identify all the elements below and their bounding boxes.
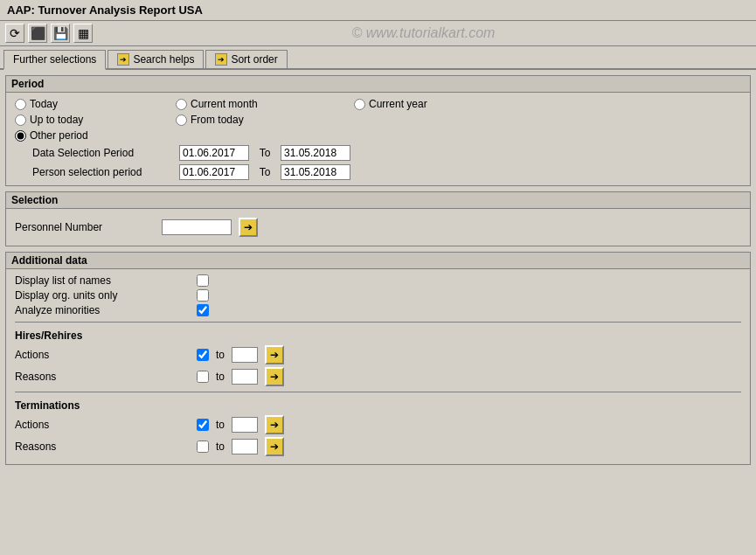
date-to-person-selection[interactable] [281, 164, 350, 180]
term-reasons-checkbox[interactable] [197, 441, 209, 453]
term-actions-checkbox[interactable] [197, 419, 209, 431]
checkbox-display-list: Display list of names [15, 274, 741, 287]
date-row-person-selection: Person selection period To [15, 164, 741, 180]
checkbox-analyze-minorities-label: Analyze minorities [15, 304, 190, 316]
radio-current-year-input[interactable] [354, 99, 365, 110]
radio-other-period: Other period [15, 129, 172, 142]
radio-from-today-input[interactable] [176, 114, 187, 126]
radio-current-month-input[interactable] [176, 99, 187, 110]
term-reasons-to-field[interactable] [232, 439, 258, 454]
hires-actions-row: Actions to ➔ [15, 345, 741, 364]
period-section-body: Today Current month Current year Up to t… [6, 93, 750, 185]
additional-data-section-header: Additional data [6, 253, 750, 269]
checkbox-display-org-input[interactable] [197, 289, 209, 302]
tabs-bar: Further selections ➔ Search helps ➔ Sort… [0, 46, 756, 70]
term-reasons-row: Reasons to ➔ [15, 437, 741, 456]
radio-other-period-input[interactable] [15, 130, 26, 142]
date-from-person-selection[interactable] [179, 164, 249, 180]
to-label-person-selection: To [256, 166, 274, 178]
term-actions-row: Actions to ➔ [15, 415, 741, 434]
radio-today-label: Today [30, 98, 58, 110]
checkbox-display-list-input[interactable] [197, 274, 209, 287]
hires-reasons-checkbox[interactable] [197, 371, 209, 383]
page-title: AAP: Turnover Analysis Report USA [7, 3, 203, 17]
toolbar: ⟳ ⬛ 💾 ▦ © www.tutorialkart.com [0, 21, 756, 46]
selection-section-header: Selection [6, 192, 750, 209]
radio-current-month: Current month [176, 98, 350, 110]
tab-search-helps-label: Search helps [133, 53, 194, 66]
personnel-number-input[interactable] [162, 219, 232, 235]
personnel-number-label: Personnel Number [15, 221, 155, 233]
personnel-number-row: Personnel Number ➔ [15, 214, 741, 240]
date-from-data-selection[interactable] [179, 145, 249, 161]
period-radio-group-row1: Today Current month Current year [15, 98, 741, 110]
radio-today: Today [15, 98, 172, 110]
hires-actions-checkbox[interactable] [197, 349, 209, 361]
checkbox-analyze-minorities-input[interactable] [197, 304, 209, 316]
radio-from-today: From today [176, 114, 350, 126]
radio-current-year-label: Current year [369, 98, 427, 110]
term-actions-to-field[interactable] [232, 417, 258, 433]
radio-up-to-today-input[interactable] [15, 114, 26, 126]
hires-reasons-to-field[interactable] [232, 369, 258, 385]
date-to-data-selection[interactable] [281, 145, 350, 161]
radio-up-to-today-label: Up to today [30, 114, 83, 126]
divider-2 [15, 392, 741, 392]
tab-sort-order[interactable]: ➔ Sort order [205, 50, 287, 68]
additional-data-section-body: Display list of names Display org. units… [6, 269, 750, 464]
date-label-data-selection: Data Selection Period [32, 147, 172, 159]
radio-current-month-label: Current month [191, 98, 258, 110]
period-section: Period Today Current month Current year [5, 75, 751, 186]
title-bar: AAP: Turnover Analysis Report USA [0, 0, 756, 21]
back-icon[interactable]: ⟳ [5, 24, 24, 43]
terminations-label: Terminations [15, 399, 741, 412]
hires-reasons-row: Reasons to ➔ [15, 367, 741, 386]
tab-search-helps-arrow: ➔ [117, 53, 129, 66]
tab-further-selections-label: Further selections [13, 53, 96, 66]
hires-actions-label: Actions [15, 349, 190, 361]
radio-from-today-label: From today [191, 114, 244, 126]
divider-1 [15, 322, 741, 323]
hires-reasons-arrow-btn[interactable]: ➔ [265, 367, 284, 386]
term-actions-arrow-btn[interactable]: ➔ [265, 415, 284, 434]
date-label-person-selection: Person selection period [32, 166, 172, 178]
tab-sort-order-label: Sort order [231, 53, 277, 66]
term-reasons-arrow-btn[interactable]: ➔ [265, 437, 284, 456]
grid-icon[interactable]: ▦ [73, 24, 93, 43]
term-reasons-label: Reasons [15, 441, 190, 453]
to-label-data-selection: To [256, 147, 274, 159]
save-icon[interactable]: 💾 [51, 24, 70, 43]
forward-icon[interactable]: ⬛ [28, 24, 47, 43]
watermark: © www.tutorialkart.com [96, 25, 751, 41]
period-radio-group-row2: Up to today From today [15, 114, 741, 126]
radio-other-period-label: Other period [30, 129, 88, 142]
checkbox-analyze-minorities: Analyze minorities [15, 304, 741, 316]
term-reasons-to: to [216, 441, 225, 453]
selection-section: Selection Personnel Number ➔ [5, 191, 751, 246]
period-section-header: Period [6, 76, 750, 93]
radio-current-year: Current year [354, 98, 529, 110]
hires-reasons-label: Reasons [15, 371, 190, 383]
checkbox-display-list-label: Display list of names [15, 274, 190, 287]
term-actions-label: Actions [15, 419, 190, 431]
hires-actions-to-field[interactable] [232, 347, 258, 363]
checkbox-display-org-label: Display org. units only [15, 289, 190, 302]
personnel-number-arrow-btn[interactable]: ➔ [239, 218, 258, 237]
main-content: Period Today Current month Current year [0, 70, 756, 475]
selection-section-body: Personnel Number ➔ [6, 209, 750, 246]
period-radio-group-row3: Other period [15, 129, 741, 142]
radio-today-input[interactable] [15, 99, 26, 110]
tab-search-helps[interactable]: ➔ Search helps [108, 50, 204, 68]
date-row-data-selection: Data Selection Period To [15, 145, 741, 161]
hires-actions-arrow-btn[interactable]: ➔ [265, 345, 284, 364]
term-actions-to: to [216, 419, 225, 431]
tab-further-selections[interactable]: Further selections [3, 50, 106, 70]
hires-reasons-to: to [216, 371, 225, 383]
radio-up-to-today: Up to today [15, 114, 172, 126]
additional-data-section: Additional data Display list of names Di… [5, 252, 751, 465]
hires-actions-to: to [216, 349, 225, 361]
tab-sort-order-arrow: ➔ [215, 53, 227, 66]
checkbox-display-org: Display org. units only [15, 289, 741, 302]
hires-rehires-label: Hires/Rehires [15, 330, 741, 342]
